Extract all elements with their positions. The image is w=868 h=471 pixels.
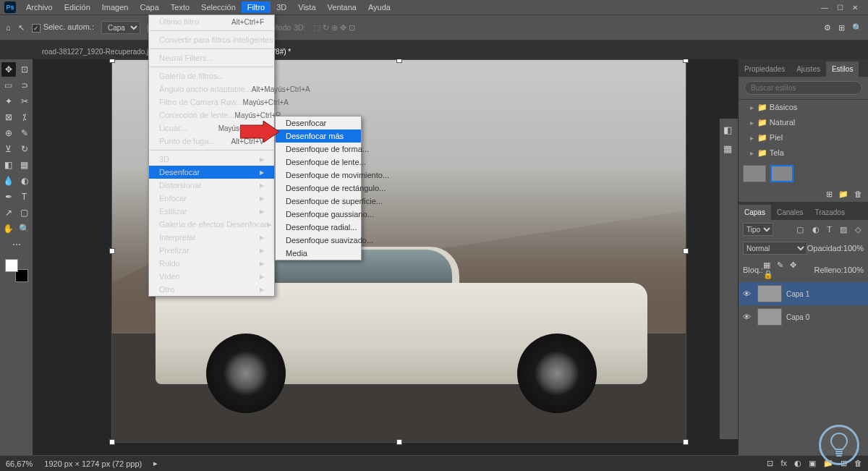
fill-value[interactable]: 100% xyxy=(843,266,864,274)
submenu-item[interactable]: Desenfoque gaussiano... xyxy=(276,208,361,221)
style-thumb[interactable] xyxy=(770,165,793,182)
menu-filtro[interactable]: Filtro xyxy=(242,1,271,13)
menu-edición[interactable]: Edición xyxy=(59,1,96,13)
panel-tab[interactable]: Ajustes xyxy=(791,61,826,77)
status-icon[interactable]: fx xyxy=(780,459,787,468)
panel-tab[interactable]: Capas xyxy=(739,205,771,220)
zoom-value[interactable]: 66,67% xyxy=(6,459,33,468)
menu-item[interactable]: Interpretar▶ xyxy=(149,231,274,244)
submenu-item[interactable]: Desenfoque de forma... xyxy=(276,143,361,156)
menu-item[interactable]: Estilizar▶ xyxy=(149,205,274,218)
layer-row[interactable]: 👁Capa 1 xyxy=(739,282,868,305)
mode3d-icon[interactable]: ⬚ ↻ ⊕ ✥ ⊡ xyxy=(313,23,355,33)
submenu-item[interactable]: Desenfoque de superficie... xyxy=(276,195,361,208)
edit-toolbar[interactable]: ⋯ xyxy=(9,237,24,252)
blend-mode[interactable]: Normal xyxy=(743,242,807,255)
swatches-panel-icon[interactable]: ▦ xyxy=(723,143,735,155)
crop-tool[interactable]: ✂ xyxy=(17,94,32,109)
panel-tab[interactable]: Canales xyxy=(771,205,809,220)
wand-tool[interactable]: ✦ xyxy=(1,94,16,109)
minimize-button[interactable]: — xyxy=(821,4,828,12)
transform-handle[interactable] xyxy=(683,59,689,63)
submenu-item[interactable]: Desenfoque de lente... xyxy=(276,156,361,169)
filter-icons[interactable]: ▢ ◐ T ▨ ◇ xyxy=(796,225,864,234)
status-icon[interactable]: ⊡ xyxy=(767,459,773,468)
workspace-icon[interactable]: ⊞ xyxy=(838,23,845,33)
status-icon[interactable]: 🗑 xyxy=(854,459,862,468)
transform-handle[interactable] xyxy=(109,439,115,445)
menu-item[interactable]: Filtro de Camera Raw...Mayús+Ctrl+A xyxy=(149,96,274,109)
tool-preset-icon[interactable]: ↖ xyxy=(18,23,25,33)
layer-row[interactable]: 👁Capa 0 xyxy=(739,305,868,328)
menu-item[interactable]: Galería de filtros... xyxy=(149,69,274,82)
layer-name[interactable]: Capa 0 xyxy=(786,313,809,321)
hand-tool[interactable]: ✋ xyxy=(1,221,16,236)
menu-archivo[interactable]: Archivo xyxy=(20,1,59,13)
menu-vista[interactable]: Vista xyxy=(292,1,321,13)
status-icon[interactable]: ◐ xyxy=(794,459,801,468)
type-tool[interactable]: T xyxy=(17,190,32,204)
lock-icons[interactable]: ▦ ✎ ✥ 🔒 xyxy=(763,260,814,279)
menu-item[interactable]: Galería de efectos Desenfocar▶ xyxy=(149,218,274,231)
layer-name[interactable]: Capa 1 xyxy=(786,290,809,298)
submenu-item[interactable]: Desenfocar más xyxy=(276,130,361,143)
panel-tab[interactable]: Trazados xyxy=(809,205,851,220)
auto-select-checkbox[interactable] xyxy=(32,24,41,33)
delete-style-icon[interactable]: 🗑 xyxy=(854,190,862,199)
menu-capa[interactable]: Capa xyxy=(134,1,164,13)
transform-handle[interactable] xyxy=(683,248,689,254)
layer-thumbnail[interactable] xyxy=(757,308,782,326)
menu-item[interactable]: Neural Filters... xyxy=(149,51,274,64)
stamp-tool[interactable]: ⊻ xyxy=(1,142,16,156)
styles-folder[interactable]: 📁 Básicos xyxy=(739,100,868,115)
menu-item[interactable]: Corrección de lente...Mayús+Ctrl+R xyxy=(149,109,274,122)
menu-item[interactable]: Distorsionar▶ xyxy=(149,179,274,192)
transform-handle[interactable] xyxy=(109,248,115,254)
dodge-tool[interactable]: ◐ xyxy=(17,174,32,188)
zoom-tool[interactable]: 🔍 xyxy=(17,221,32,236)
gradient-tool[interactable]: ▦ xyxy=(17,158,32,172)
maximize-button[interactable]: ☐ xyxy=(837,4,843,12)
blur-tool[interactable]: 💧 xyxy=(1,174,16,188)
menu-imagen[interactable]: Imagen xyxy=(96,1,135,13)
transform-handle[interactable] xyxy=(396,439,402,445)
new-style-icon[interactable]: ⊞ xyxy=(826,190,833,199)
menu-item[interactable]: Otro▶ xyxy=(149,283,274,296)
pen-tool[interactable]: ✒ xyxy=(1,190,16,204)
submenu-item[interactable]: Desenfoque radial... xyxy=(276,221,361,234)
submenu-item[interactable]: Desenfoque de movimiento... xyxy=(276,169,361,182)
color-swatches[interactable] xyxy=(5,259,28,282)
search-tool-icon[interactable]: 🔍 xyxy=(852,23,862,33)
heal-tool[interactable]: ⊕ xyxy=(1,126,16,140)
menu-texto[interactable]: Texto xyxy=(165,1,195,13)
styles-folder[interactable]: 📁 Natural xyxy=(739,115,868,130)
submenu-item[interactable]: Desenfoque suavizado... xyxy=(276,234,361,247)
eyedropper-tool[interactable]: ⁒ xyxy=(17,110,32,124)
menu-item[interactable]: Enfocar▶ xyxy=(149,192,274,205)
style-thumb[interactable] xyxy=(743,165,766,182)
menu-selección[interactable]: Selección xyxy=(195,1,242,13)
canvas-area[interactable] xyxy=(33,59,738,455)
close-button[interactable]: ✕ xyxy=(852,4,858,12)
menu-item[interactable]: Pixelizar▶ xyxy=(149,244,274,257)
eraser-tool[interactable]: ◧ xyxy=(1,158,16,172)
menu-ventana[interactable]: Ventana xyxy=(322,1,362,13)
styles-folder[interactable]: 📁 Tela xyxy=(739,145,868,161)
menu-3d[interactable]: 3D xyxy=(271,1,292,13)
menu-item[interactable]: Convertir para filtros inteligentes xyxy=(149,33,274,46)
search-icon[interactable]: ⚙ xyxy=(824,23,831,33)
lasso-tool[interactable]: ⊃ xyxy=(17,78,32,93)
auto-select-target[interactable]: Capa xyxy=(101,21,140,34)
transform-handle[interactable] xyxy=(109,59,115,63)
menu-item[interactable]: 3D▶ xyxy=(149,153,274,166)
menu-item[interactable]: Vídeo▶ xyxy=(149,270,274,283)
layer-filter-kind[interactable]: Tipo xyxy=(743,223,773,236)
path-tool[interactable]: ↗ xyxy=(1,205,16,220)
panel-tab[interactable]: Propiedades xyxy=(739,61,791,77)
submenu-item[interactable]: Desenfoque de rectángulo... xyxy=(276,182,361,195)
styles-search[interactable] xyxy=(744,81,862,95)
menu-item[interactable]: Ruido▶ xyxy=(149,257,274,270)
color-panel-icon[interactable]: ◧ xyxy=(723,124,735,136)
submenu-item[interactable]: Media xyxy=(276,247,361,260)
menu-ayuda[interactable]: Ayuda xyxy=(362,1,396,13)
